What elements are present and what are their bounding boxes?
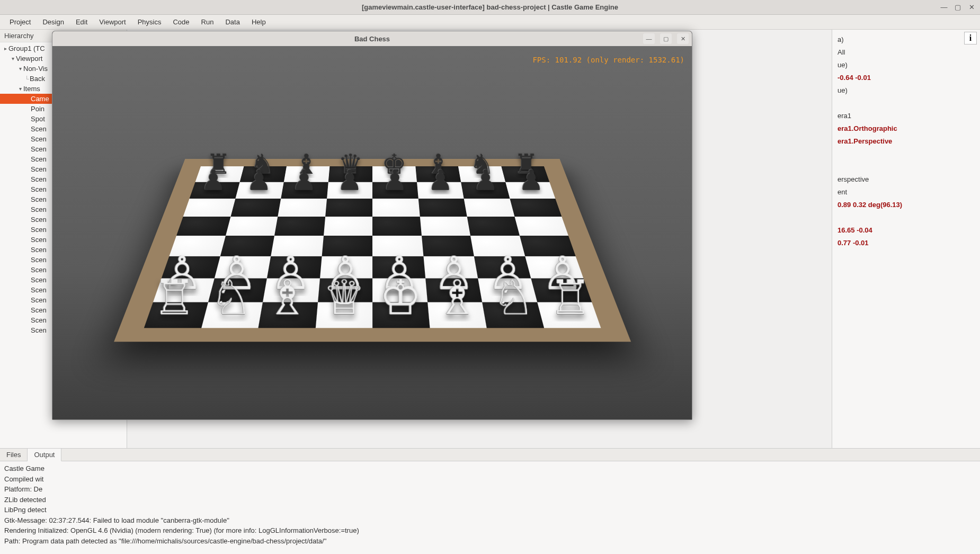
chess-piece: ♟ [420, 165, 457, 194]
main-title-text: [gameviewmain.castle-user-interface] bad… [362, 3, 618, 11]
info-button[interactable]: i [964, 32, 977, 44]
game-window: Bad Chess — ▢ ✕ FPS: 101.92 (only render… [52, 31, 692, 420]
tab-output[interactable]: Output [28, 449, 61, 461]
property-row[interactable] [835, 96, 977, 109]
output-line: Platform: De [4, 484, 976, 495]
property-row[interactable]: 0.77 -0.01 [835, 236, 977, 249]
property-row[interactable] [835, 160, 977, 173]
maximize-icon[interactable]: ▢ [954, 3, 962, 12]
menu-viewport[interactable]: Viewport [94, 16, 131, 28]
property-row[interactable]: ue) [835, 84, 977, 96]
close-icon[interactable]: ✕ [967, 3, 976, 12]
property-row[interactable]: a) [835, 33, 977, 46]
property-row[interactable]: era1.Perspective [835, 135, 977, 147]
game-minimize-icon[interactable]: — [643, 33, 655, 44]
chess-piece: ♟ [463, 165, 503, 194]
output-line: Castle Game [4, 463, 976, 474]
output-line: ZLib detected [4, 495, 976, 505]
property-row[interactable]: All [835, 46, 977, 58]
property-row[interactable]: -0.64 -0.01 [835, 71, 977, 84]
game-title-text: Bad Chess [354, 35, 390, 43]
bottom-panel: Files Output Castle Game Compiled witPla… [0, 448, 980, 554]
menu-project[interactable]: Project [4, 16, 36, 28]
menu-edit[interactable]: Edit [70, 16, 93, 28]
game-maximize-icon[interactable]: ▢ [660, 33, 672, 44]
chess-piece: ♟ [332, 165, 367, 194]
menu-run[interactable]: Run [196, 16, 219, 28]
chess-piece: ♟ [242, 165, 281, 194]
property-row[interactable] [835, 147, 977, 160]
chess-piece: ♗ [431, 276, 478, 321]
minimize-icon[interactable]: — [940, 3, 948, 12]
property-row[interactable] [835, 211, 977, 224]
property-row[interactable]: ent [835, 185, 977, 198]
property-row[interactable]: erspective [835, 173, 977, 185]
chess-piece: ♟ [377, 165, 412, 194]
menu-data[interactable]: Data [220, 16, 245, 28]
tab-files[interactable]: Files [0, 449, 28, 461]
output-log[interactable]: Castle Game Compiled witPlatform: DeZLib… [0, 461, 980, 554]
output-line: Gtk-Message: 02:37:27.544: Failed to loa… [4, 515, 976, 526]
property-row[interactable]: ue) [835, 58, 977, 71]
menu-design[interactable]: Design [37, 16, 69, 28]
main-titlebar: [gameviewmain.castle-user-interface] bad… [0, 0, 980, 15]
game-viewport[interactable]: FPS: 101.92 (only render: 1532.61) ♜♞♝♛♚… [52, 46, 692, 419]
menu-code[interactable]: Code [167, 16, 194, 28]
property-row[interactable]: 16.65 -0.04 [835, 224, 977, 236]
property-row[interactable]: era1.Orthographic [835, 122, 977, 135]
output-line: LibPng detect [4, 505, 976, 515]
chess-piece: ♟ [287, 165, 324, 194]
properties-panel: i a)Allue)-0.64 -0.01ue)era1era1.Orthogr… [832, 30, 980, 448]
menu-help[interactable]: Help [246, 16, 271, 28]
game-titlebar[interactable]: Bad Chess — ▢ ✕ [52, 31, 692, 46]
property-row[interactable]: 0.89 0.32 deg(96.13) [835, 198, 977, 211]
property-row[interactable]: era1 [835, 109, 977, 122]
chess-piece: ♔ [379, 276, 422, 321]
output-line: Rendering Initialized: OpenGL 4.6 (Nvidi… [4, 525, 976, 536]
output-line: Path: Program data path detected as "fil… [4, 536, 976, 547]
fps-counter: FPS: 101.92 (only render: 1532.61) [532, 56, 684, 64]
output-line: Compiled wit [4, 474, 976, 485]
menubar: Project Design Edit Viewport Physics Cod… [0, 15, 980, 30]
menu-physics[interactable]: Physics [132, 16, 167, 28]
game-close-icon[interactable]: ✕ [677, 33, 689, 44]
chess-piece: ♗ [266, 276, 313, 321]
chess-piece: ♕ [323, 276, 366, 321]
